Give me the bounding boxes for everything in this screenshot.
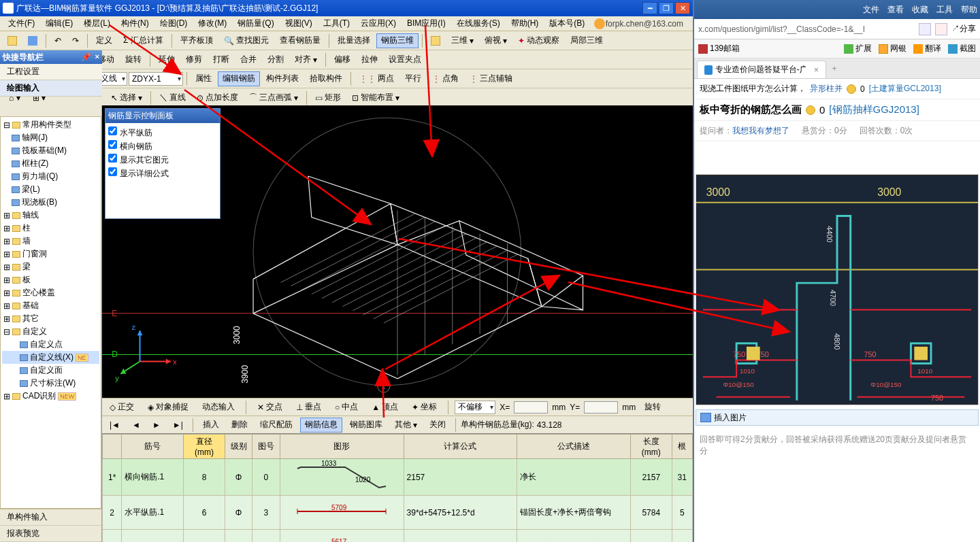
chk-show-formula[interactable]: 显示详细公式 xyxy=(108,167,217,180)
two-point-button[interactable]: ⋮⋮ 两点 xyxy=(355,71,399,86)
smart-layout-tool[interactable]: ⊡ 智能布置 ▾ xyxy=(347,90,404,105)
menu-edit[interactable]: 编辑(E) xyxy=(40,16,78,31)
tree-cad[interactable]: ⊞CAD识别 NEW xyxy=(2,390,99,403)
compat-icon[interactable] xyxy=(919,23,931,35)
asker-link[interactable]: 我想我有梦想了 xyxy=(732,126,789,135)
tab-close-icon[interactable]: × xyxy=(814,65,819,75)
browser-tab[interactable]: 专业造价问题答疑平台-广联达 × xyxy=(697,61,826,78)
prev-row[interactable]: ◄ xyxy=(127,418,145,433)
extend-button[interactable]: 延伸 xyxy=(154,52,180,67)
viewport-3d[interactable]: 钢筋显示控制面板 水平纵筋 横向钢筋 显示其它图元 显示详细公式 E D xyxy=(102,105,693,398)
url-field[interactable]: x.com/question/giml/list?__ClassCode=-1&… xyxy=(698,24,915,34)
col-shape[interactable]: 图形 xyxy=(280,435,404,459)
redo-button[interactable]: ↷ xyxy=(67,33,84,48)
menu-help[interactable]: 帮助(H) xyxy=(506,16,544,31)
open-button[interactable] xyxy=(3,33,22,48)
set-clip-button[interactable]: 设置夹点 xyxy=(384,52,426,67)
next-row[interactable]: ► xyxy=(148,418,165,433)
tree-beam2[interactable]: ⊞梁 xyxy=(2,260,99,273)
break-button[interactable]: 打断 xyxy=(208,52,234,67)
br-menu-fav[interactable]: 收藏 xyxy=(912,4,928,16)
nav-pin-icon[interactable]: 📌 xyxy=(81,52,91,62)
tree-custom-line[interactable]: 自定义线(X)NE xyxy=(2,351,99,364)
col-dia[interactable]: 直径(mm) xyxy=(184,435,225,459)
menu-cloud[interactable]: 云应用(X) xyxy=(355,16,402,31)
insert-image-strip[interactable]: 插入图片 xyxy=(696,409,979,426)
level-to-slab-button[interactable]: 平齐板顶 xyxy=(176,33,218,48)
three-aux-button[interactable]: ⋮三点辅轴 xyxy=(465,71,517,86)
offset-button[interactable]: 偏移 xyxy=(329,52,355,67)
close-button[interactable]: ✕ xyxy=(675,2,690,14)
dynamic-view-button[interactable]: ✦ 动态观察 xyxy=(513,33,564,48)
question-image[interactable]: 3000 3000 750 750 xyxy=(696,174,979,405)
br-menu-help[interactable]: 帮助 xyxy=(961,4,977,16)
open-file-button[interactable] xyxy=(426,33,445,48)
status-orth[interactable]: ◇ 正交 xyxy=(105,400,139,414)
rotate-button[interactable]: 旋转 xyxy=(120,52,146,67)
tree-column[interactable]: 框柱(Z) xyxy=(2,157,99,170)
rebar-lib-button[interactable]: 钢筋图库 xyxy=(345,418,387,433)
line-tool[interactable]: ＼ 直线 xyxy=(154,90,191,105)
status-coord[interactable]: ✦ 坐标 xyxy=(407,400,442,414)
stretch-button[interactable]: 拉伸 xyxy=(357,52,382,67)
tree-opening[interactable]: ⊞门窗洞 xyxy=(2,248,99,260)
col-formula[interactable]: 计算公式 xyxy=(404,435,517,459)
chk-horizontal[interactable]: 水平纵筋 xyxy=(108,126,217,139)
menu-view[interactable]: 视图(V) xyxy=(280,16,318,31)
nav-draw-input[interactable]: 绘图输入 xyxy=(0,80,102,97)
last-row[interactable]: ►| xyxy=(168,418,188,433)
rebar-info-button[interactable]: 钢筋信息 xyxy=(300,418,342,433)
ext-extend[interactable]: 扩展 xyxy=(844,43,872,54)
col-name[interactable]: 筋号 xyxy=(122,435,184,459)
tree-slab[interactable]: 现浇板(B) xyxy=(2,196,99,209)
menu-bim[interactable]: BIM应用(I) xyxy=(402,16,451,31)
local-3d-button[interactable]: 局部三维 xyxy=(566,33,608,48)
menu-modify[interactable]: 修改(M) xyxy=(193,16,232,31)
share-label[interactable]: ↗分享 xyxy=(951,23,976,35)
tree-foundation[interactable]: ⊞基础 xyxy=(2,299,99,312)
menu-file[interactable]: 文件(F) xyxy=(3,16,40,31)
first-row[interactable]: |◄ xyxy=(105,418,125,433)
chk-transverse[interactable]: 横向钢筋 xyxy=(108,139,217,153)
menu-member[interactable]: 构件(N) xyxy=(116,16,154,31)
point-angle-button[interactable]: ⋮点角 xyxy=(427,71,463,86)
chk-show-other[interactable]: 显示其它图元 xyxy=(108,153,217,167)
nav-report-preview[interactable]: 报表预览 xyxy=(0,526,101,542)
col-level[interactable]: 级别 xyxy=(225,435,252,459)
nav-single-member[interactable]: 单构件输入 xyxy=(0,509,101,526)
ext-139[interactable]: 139邮箱 xyxy=(698,43,740,54)
tree-beam[interactable]: 梁(L) xyxy=(2,183,99,196)
rebar-3d-button[interactable]: 钢筋三维 xyxy=(376,33,419,48)
edit-rebar-button[interactable]: 编辑钢筋 xyxy=(218,71,260,86)
tree-dim[interactable]: 尺寸标注(W) xyxy=(2,377,99,390)
batch-select-button[interactable]: 批量选择 xyxy=(333,33,375,48)
properties-button[interactable]: 属性 xyxy=(191,71,216,86)
menu-floor[interactable]: 楼层(L) xyxy=(78,16,116,31)
align-button[interactable]: 对齐 ▾ xyxy=(290,52,322,67)
scale-rebar-button[interactable]: 缩尺配筋 xyxy=(255,418,297,433)
split-button[interactable]: 分割 xyxy=(263,52,289,67)
col-count[interactable]: 根 xyxy=(672,435,692,459)
menu-online[interactable]: 在线服务(S) xyxy=(451,16,506,31)
undo-button[interactable]: ↶ xyxy=(50,33,66,48)
tree-other[interactable]: ⊞其它 xyxy=(2,312,99,325)
col-desc[interactable]: 公式描述 xyxy=(517,435,631,459)
merge-button[interactable]: 合并 xyxy=(235,52,261,67)
ext-screenshot[interactable]: 截图 xyxy=(948,43,976,54)
maximize-button[interactable]: ❐ xyxy=(659,2,674,14)
br-menu-file[interactable]: 文件 xyxy=(863,4,879,16)
col-len[interactable]: 长度(mm) xyxy=(630,435,672,459)
tree-slab2[interactable]: ⊞板 xyxy=(2,273,99,286)
rect-tool[interactable]: ▭ 矩形 xyxy=(310,90,346,105)
tree-root[interactable]: ⊟常用构件类型 xyxy=(2,118,99,131)
point-arc-tool[interactable]: ⊙ 点加长度 xyxy=(192,90,243,105)
tree-hollow[interactable]: ⊞空心楼盖 xyxy=(2,286,99,299)
close-editor-button[interactable]: 关闭 xyxy=(425,418,451,433)
ext-wangyin[interactable]: 网银 xyxy=(879,43,906,54)
sum-calc-button[interactable]: Σ 汇总计算 xyxy=(118,33,168,48)
flash-icon[interactable] xyxy=(935,23,947,35)
status-apex[interactable]: ▲ 顶点 xyxy=(367,400,403,414)
minimize-button[interactable]: ━ xyxy=(642,2,657,14)
nav-project-settings[interactable]: 工程设置 xyxy=(0,64,102,80)
question-tag[interactable]: [钢筋抽样GGJ2013] xyxy=(829,103,919,116)
